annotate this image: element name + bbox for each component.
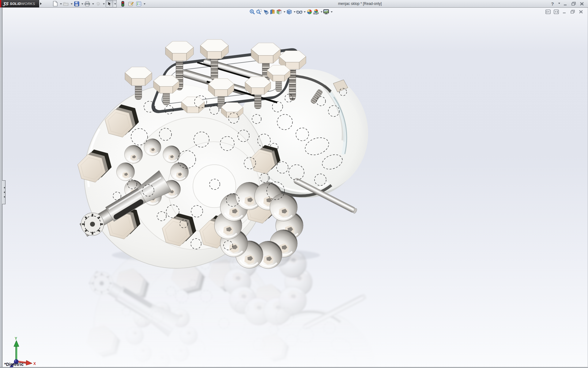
restore-icon <box>571 2 576 6</box>
options-dropdown[interactable] <box>142 0 146 7</box>
apply-scene-icon <box>313 9 319 15</box>
print-button[interactable] <box>84 0 91 7</box>
undo-arrow-icon <box>95 1 101 6</box>
triad-y-axis: Y <box>14 336 19 361</box>
main-toolbar <box>51 0 146 7</box>
zoom-to-area-button[interactable] <box>255 8 262 15</box>
cursor-arrow-icon <box>107 1 111 6</box>
edit-appearance-button[interactable] <box>306 8 313 15</box>
restore-document-button[interactable] <box>570 9 575 14</box>
open-folder-icon <box>63 1 69 6</box>
view-orientation-dropdown[interactable] <box>282 8 286 15</box>
close-icon <box>579 10 583 14</box>
svg-text:X: X <box>33 362 36 366</box>
select-tool-button[interactable] <box>106 0 113 7</box>
chevron-left-icon <box>3 187 5 189</box>
document-window-controls <box>545 9 584 14</box>
restore-window-button[interactable] <box>571 1 577 7</box>
headsup-view-toolbar <box>249 8 333 15</box>
chevron-left-icon <box>3 191 5 193</box>
restore-icon <box>571 10 575 14</box>
pane-right-icon <box>554 10 559 14</box>
interference-check-button[interactable] <box>119 0 126 7</box>
eyeglasses-icon <box>296 9 303 14</box>
minimize-document-button[interactable] <box>562 9 567 14</box>
view-orientation-button[interactable] <box>276 8 282 15</box>
open-document-button[interactable] <box>62 0 70 7</box>
view-settings-icon <box>323 9 329 15</box>
note-pencil-icon <box>128 1 134 6</box>
window-controls: ? <box>549 0 585 7</box>
view-settings-dropdown[interactable] <box>330 8 333 15</box>
apply-scene-button[interactable] <box>313 8 319 15</box>
minimize-icon <box>563 10 567 13</box>
minimize-icon <box>564 2 567 6</box>
viewport-3d-canvas[interactable] <box>0 0 588 368</box>
section-view-icon <box>270 9 275 15</box>
chevron-left-icon <box>3 196 5 198</box>
zoom-to-fit-icon <box>249 9 255 15</box>
new-document-dropdown[interactable] <box>59 0 62 7</box>
toolbar-overflow-button[interactable] <box>40 1 43 6</box>
section-view-button[interactable] <box>269 8 276 15</box>
titlebar: ƷS SOLIDWORKS <box>0 0 588 8</box>
undo-button[interactable] <box>94 0 102 7</box>
gearbox-model[interactable] <box>77 40 387 269</box>
open-document-dropdown[interactable] <box>70 0 73 7</box>
brand-name: SOLIDWORKS <box>10 2 35 6</box>
hide-show-items-button[interactable] <box>296 8 303 15</box>
select-tool-dropdown[interactable] <box>113 0 117 7</box>
solidworks-window: ƷS SOLIDWORKS <box>0 0 588 368</box>
close-icon <box>580 2 584 6</box>
view-settings-button[interactable] <box>323 8 330 15</box>
printer-icon <box>85 1 90 6</box>
collapse-left-pane-button[interactable] <box>545 9 551 14</box>
new-document-button[interactable] <box>51 0 59 7</box>
display-style-dropdown[interactable] <box>292 8 296 15</box>
feature-panel-handle[interactable] <box>2 180 6 204</box>
appearance-ball-icon <box>307 9 312 15</box>
undo-dropdown[interactable] <box>102 0 105 7</box>
apply-scene-dropdown[interactable] <box>319 8 323 15</box>
svg-text:Y: Y <box>15 336 17 341</box>
zoom-to-fit-button[interactable] <box>249 8 255 15</box>
solidworks-logo-icon: ƷS <box>3 1 9 6</box>
collapse-right-pane-button[interactable] <box>553 9 559 14</box>
traffic-light-icon <box>121 1 124 7</box>
print-dropdown[interactable] <box>91 0 94 7</box>
close-window-button[interactable] <box>579 1 585 7</box>
minimize-window-button[interactable] <box>562 1 568 7</box>
view-orientation-label: *Dimetric <box>4 362 24 367</box>
help-dropdown[interactable] <box>558 3 560 5</box>
help-button[interactable]: ? <box>549 1 556 7</box>
checklist-icon <box>136 1 141 6</box>
zoom-to-area-icon <box>256 9 262 15</box>
logo-red-strip <box>0 0 1 7</box>
new-document-icon <box>53 1 58 6</box>
hide-show-items-dropdown[interactable] <box>303 8 306 15</box>
display-style-icon <box>286 9 292 15</box>
save-floppy-icon <box>74 1 79 6</box>
document-title: menjac sklop * [Read-only] <box>318 0 401 7</box>
close-document-button[interactable] <box>578 9 584 14</box>
save-dropdown[interactable] <box>80 0 84 7</box>
display-style-button[interactable] <box>286 8 292 15</box>
previous-view-icon <box>263 9 269 15</box>
pane-left-icon <box>545 10 551 14</box>
previous-view-button[interactable] <box>262 8 269 15</box>
view-orientation-icon <box>276 9 282 15</box>
chevron-right-icon <box>40 2 43 5</box>
options-list-button[interactable] <box>135 0 142 7</box>
solidworks-logo: ƷS SOLIDWORKS <box>0 0 39 7</box>
annotation-note-button[interactable] <box>127 0 134 7</box>
save-button[interactable] <box>73 0 80 7</box>
